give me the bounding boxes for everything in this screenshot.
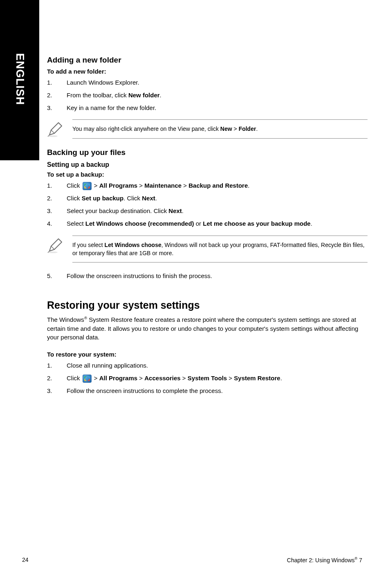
pencil-icon [47,237,64,255]
steps-restore: 1. Close all running applications. 2. Cl… [47,361,368,395]
step-num: 2. [47,374,55,383]
step-2: 2. From the toolbar, click New folder. [47,91,368,100]
para-sup: ® [84,316,87,320]
b1: All Programs [99,182,137,189]
step-text: Click Set up backup. Click Next. [67,194,368,203]
prefix: Select your backup destination. Click [67,207,168,214]
suffix: . [182,207,184,214]
step-1: 1. Click > All Programs > Maintenance > … [47,181,368,190]
note-text: You may also right-click anywhere on the… [72,119,368,138]
sep3: > [227,375,234,382]
windows-start-icon [83,182,92,190]
prefix: Click [67,375,82,382]
step-num: 1. [47,361,55,370]
b1: Next [168,207,182,214]
step-5: 5. Follow the onscreen instructions to f… [47,272,368,281]
step-1: 1. Launch Windows Explorer. [47,78,368,87]
page-content: Adding a new folder To add a new folder:… [47,56,368,399]
step-text: Select Let Windows choose (recommended) … [67,219,368,228]
text-suffix: . [160,92,161,99]
step-3: 3. Select your backup destination. Click… [47,206,368,215]
bold-text: New folder [128,92,160,99]
note-prefix: You may also right-click anywhere on the… [72,126,220,132]
step-3: 3. Follow the onscreen instructions to c… [47,386,368,395]
mid: or [194,220,203,227]
steps-adding-folder: 1. Launch Windows Explorer. 2. From the … [47,78,368,112]
step-text: Click > All Programs > Maintenance > Bac… [67,181,368,190]
note-adding-folder: You may also right-click anywhere on the… [47,119,368,139]
suffix: . [280,375,282,382]
prefix: Click [67,195,82,202]
step-num: 3. [47,206,55,215]
b1: Let Windows choose (recommended) [85,220,194,227]
prefix: If you select [72,242,105,248]
page-footer: 24 Chapter 2: Using Windows® 7 [22,557,362,563]
step-num: 5. [47,272,55,281]
step-text: Close all running applications. [67,361,368,370]
intro-restore: To restore your system: [47,351,368,358]
b2: Next [142,195,155,202]
b2: Accessories [144,375,180,382]
step-num: 1. [47,181,55,190]
restoring-paragraph: The Windows® System Restore feature crea… [47,315,368,342]
intro-adding-folder: To add a new folder: [47,68,368,75]
after-icon: > [92,375,99,382]
step-num: 2. [47,91,55,100]
chapter-label: Chapter 2: Using Windows® 7 [287,557,362,563]
svg-point-1 [48,251,58,253]
suffix: . [248,182,249,189]
b3: Backup and Restore [188,182,248,189]
mid: . Click [123,195,142,202]
para-post: System Restore feature creates a restore… [47,316,358,341]
pencil-icon [47,121,64,139]
step-2: 2. Click Set up backup. Click Next. [47,194,368,203]
prefix: Select [67,220,85,227]
step-num: 1. [47,78,55,87]
step-num: 3. [47,386,55,395]
suffix: . [155,195,157,202]
b1: All Programs [99,375,137,382]
heading-backing-up: Backing up your files [47,148,368,157]
note-bold2: Folder [239,126,256,132]
sep2: > [182,182,188,189]
step-3: 3. Key in a name for the new folder. [47,103,368,112]
chapter-post: 7 [357,557,362,563]
windows-start-icon [83,375,92,383]
heading-restoring: Restoring your system settings [47,299,368,311]
suffix: . [311,220,312,227]
subheading-setting-up: Setting up a backup [47,161,368,168]
step-1: 1. Close all running applications. [47,361,368,370]
step-num: 2. [47,194,55,203]
b2: Let me choose as your backup mode [203,220,310,227]
note-suffix: . [256,126,258,132]
step-num: 4. [47,219,55,228]
language-sidebar: ENGLISH [0,0,39,160]
steps-backup-cont: 5. Follow the onscreen instructions to f… [47,272,368,281]
step-text: From the toolbar, click New folder. [67,91,368,100]
sep2: > [181,375,188,382]
step-text: Follow the onscreen instructions to comp… [67,386,368,395]
page-number: 24 [22,557,29,563]
step-text: Launch Windows Explorer. [67,78,368,87]
b1: Let Windows choose [105,242,161,248]
step-text: Key in a name for the new folder. [67,103,368,112]
note-text: If you select Let Windows choose, Window… [72,236,368,263]
step-num: 3. [47,103,55,112]
step-2: 2. Click > All Programs > Accessories > … [47,374,368,383]
b2: Maintenance [144,182,182,189]
b1: Set up backup [82,195,124,202]
step-4: 4. Select Let Windows choose (recommende… [47,219,368,228]
note-mid: > [232,126,239,132]
note-backup: If you select Let Windows choose, Window… [47,236,368,263]
note-bold1: New [220,126,232,132]
text-prefix: Click [67,182,82,189]
para-pre: The Windows [47,316,84,323]
svg-point-0 [48,135,58,137]
intro-backup: To set up a backup: [47,171,368,178]
step-text: Follow the onscreen instructions to fini… [67,272,368,281]
step-text: Select your backup destination. Click Ne… [67,206,368,215]
sep1: > [137,375,144,382]
text-prefix: From the toolbar, click [67,92,128,99]
heading-adding-folder: Adding a new folder [47,56,368,65]
chapter-pre: Chapter 2: Using Windows [287,557,355,563]
